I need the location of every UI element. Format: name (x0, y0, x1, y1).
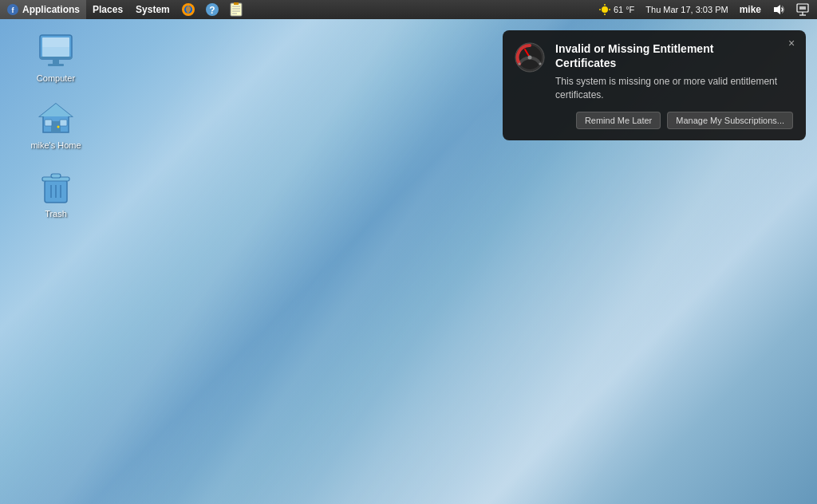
svg-rect-21 (799, 6, 806, 10)
svg-point-12 (602, 6, 608, 13)
svg-rect-36 (51, 174, 61, 178)
svg-point-45 (539, 63, 542, 65)
computer-label: Computer (37, 73, 75, 84)
notification-text: Invalid or Missing EntitlementCertificat… (555, 41, 793, 102)
trash-label: Trash (45, 209, 67, 219)
weather-applet[interactable]: 61 °F (594, 0, 639, 19)
system-menu[interactable]: System (129, 0, 176, 19)
volume-applet[interactable] (768, 0, 790, 19)
manage-subscriptions-button[interactable]: Manage My Subscriptions... (667, 112, 793, 129)
notification-popup: × Invalid or Missing Entitlem (503, 30, 806, 140)
applications-menu[interactable]: f Applications (0, 0, 86, 19)
clock-applet[interactable]: Thu Mar 17, 3:03 PM (641, 0, 732, 19)
volume-icon (772, 3, 785, 16)
computer-icon-image (37, 32, 75, 70)
svg-rect-26 (48, 64, 64, 66)
home-label: mike's Home (30, 140, 81, 151)
notes-icon (229, 2, 243, 17)
trash-icon-image (37, 167, 75, 206)
svg-point-31 (57, 126, 60, 128)
svg-point-44 (519, 63, 521, 65)
notification-icon (514, 41, 546, 73)
computer-icon[interactable]: Computer (24, 29, 88, 87)
notification-actions: Remind Me Later Manage My Subscriptions.… (514, 112, 793, 129)
certificate-icon (514, 41, 546, 73)
svg-rect-25 (53, 59, 59, 64)
firefox-launcher[interactable] (176, 0, 200, 19)
svg-rect-24 (42, 37, 69, 47)
network-icon (796, 3, 809, 16)
trash-icon[interactable]: Trash (24, 164, 88, 222)
svg-rect-33 (60, 120, 67, 126)
svg-marker-17 (774, 5, 780, 14)
network-applet[interactable] (791, 0, 814, 19)
svg-rect-6 (231, 3, 242, 16)
home-icon-image (37, 99, 75, 137)
fedora-icon: f (6, 3, 19, 16)
panel-right: 61 °F Thu Mar 17, 3:03 PM mike (594, 0, 817, 19)
help-launcher[interactable]: ? (200, 0, 224, 19)
home-icon[interactable]: mike's Home (24, 96, 88, 154)
svg-marker-29 (40, 104, 72, 116)
notification-title: Invalid or Missing EntitlementCertificat… (555, 41, 793, 70)
notification-body: This system is missing one or more valid… (555, 75, 793, 102)
svg-point-43 (528, 56, 532, 60)
svg-text:?: ? (209, 5, 215, 16)
help-icon: ? (205, 2, 219, 17)
notification-header: Invalid or Missing EntitlementCertificat… (514, 41, 793, 102)
places-menu[interactable]: Places (86, 0, 129, 19)
remind-later-button[interactable]: Remind Me Later (576, 112, 661, 129)
notes-launcher[interactable] (224, 0, 248, 19)
weather-icon (598, 3, 611, 16)
notification-close-button[interactable]: × (785, 37, 798, 49)
firefox-icon (181, 2, 195, 17)
svg-rect-11 (234, 2, 239, 5)
panel-left: f Applications Places System ? (0, 0, 248, 19)
svg-rect-32 (45, 120, 52, 126)
user-applet[interactable]: mike (735, 0, 766, 19)
top-panel: f Applications Places System ? (0, 0, 817, 19)
svg-rect-27 (40, 57, 72, 59)
